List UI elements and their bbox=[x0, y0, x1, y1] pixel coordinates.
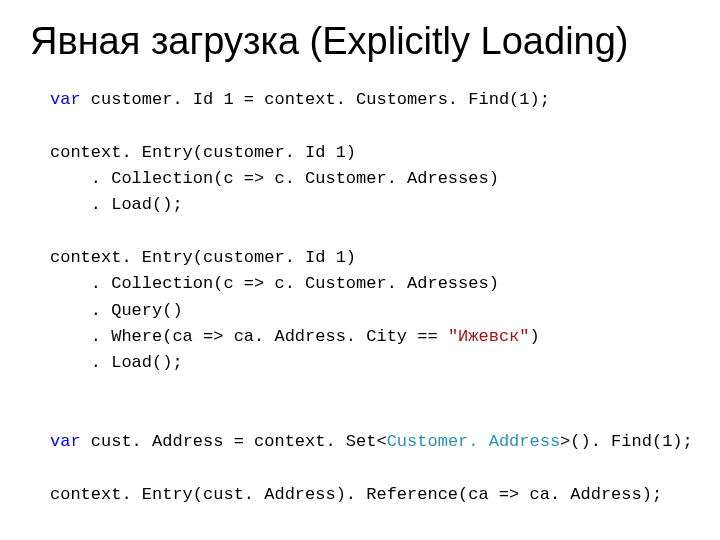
code-block: var customer. Id 1 = context. Customers.… bbox=[30, 87, 690, 509]
code-text: . Load(); bbox=[50, 353, 183, 372]
code-text: ) bbox=[530, 327, 540, 346]
code-text: context. Entry(customer. Id 1) bbox=[50, 143, 356, 162]
string-literal: "Ижевск" bbox=[448, 327, 530, 346]
code-text: . Load(); bbox=[50, 195, 183, 214]
slide-title: Явная загрузка (Explicitly Loading) bbox=[30, 20, 690, 63]
code-text: >(). Find(1); bbox=[560, 432, 693, 451]
code-text: . Collection(c => c. Customer. Adresses) bbox=[50, 169, 499, 188]
code-text: cust. Address = context. Set< bbox=[81, 432, 387, 451]
code-text: . Where(ca => ca. Address. City == bbox=[50, 327, 448, 346]
slide: Явная загрузка (Explicitly Loading) var … bbox=[0, 0, 720, 540]
code-text: . Query() bbox=[50, 301, 183, 320]
code-text: context. Entry(customer. Id 1) bbox=[50, 248, 356, 267]
code-text: . Collection(c => c. Customer. Adresses) bbox=[50, 274, 499, 293]
code-text: customer. Id 1 = context. Customers. Fin… bbox=[81, 90, 550, 109]
keyword-var: var bbox=[50, 90, 81, 109]
code-text: context. Entry(cust. Address). Reference… bbox=[50, 485, 662, 504]
type-name: Customer. Address bbox=[387, 432, 560, 451]
keyword-var: var bbox=[50, 432, 81, 451]
